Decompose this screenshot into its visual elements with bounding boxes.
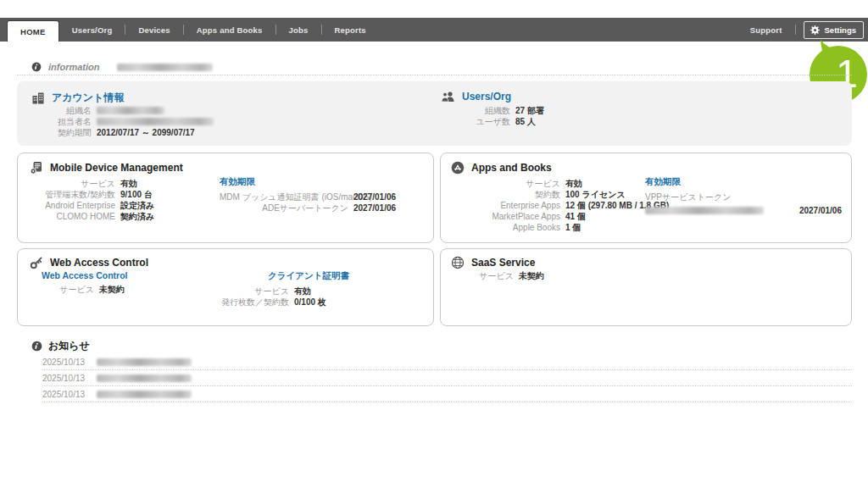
account-row-contact-name: 担当者名 <box>25 116 214 127</box>
web-access-header: Web Access Control <box>30 256 148 269</box>
redacted-text <box>97 374 192 382</box>
mdm-title: Mobile Device Management <box>50 162 183 174</box>
users-org-row-user-count: ユーザ数 85 人 <box>441 116 544 127</box>
globe-icon <box>451 256 465 269</box>
info-icon <box>31 62 42 72</box>
saas-row-service: サービス 未契約 <box>449 270 544 281</box>
users-org-row-org-count: 組織数 27 部署 <box>441 105 544 116</box>
apps-books-title: Apps and Books <box>471 162 552 174</box>
tab-reports[interactable]: Reports <box>322 25 379 35</box>
mdm-expiry-link[interactable]: 有効期限 <box>220 176 396 188</box>
settings-button[interactable]: Settings <box>804 21 864 39</box>
redacted-text <box>97 107 164 114</box>
news-item[interactable]: 2025/10/13 <box>42 354 852 370</box>
information-label: information <box>48 62 100 72</box>
news-list: 2025/10/13 2025/10/13 2025/10/13 <box>42 354 852 402</box>
tab-apps-and-books[interactable]: Apps and Books <box>184 25 275 35</box>
news-date: 2025/10/13 <box>42 358 86 367</box>
apps-row-enterprise-apps: Enterprise Apps 12 個 (297.80 MB / 1.8 GB… <box>449 200 669 211</box>
web-access-title: Web Access Control <box>50 257 148 269</box>
users-org-title: Users/Org <box>462 91 511 103</box>
users-org-header: Users/Org <box>441 91 511 103</box>
apps-expiry-link[interactable]: 有効期限 <box>645 176 842 188</box>
client-cert-link[interactable]: クライアント証明書 <box>268 270 349 282</box>
apps-row-service: サービス 有効 <box>449 178 669 189</box>
users-icon <box>441 91 455 103</box>
news-title: お知らせ <box>48 339 90 353</box>
mdm-expiry-ade-token: ADEサーバートークン 2027/01/06 <box>220 202 396 214</box>
apps-row-licenses: 契約数 100 ライセンス <box>449 189 669 200</box>
redacted-text <box>645 207 764 214</box>
redacted-text <box>97 391 192 398</box>
account-summary-panel: アカウント情報 組織名 担当者名 契約期間 2012/07/17 ～ 2099/… <box>17 81 852 146</box>
support-link[interactable]: Support <box>745 25 787 35</box>
tab-devices[interactable]: Devices <box>125 25 182 35</box>
news-item[interactable]: 2025/10/13 <box>42 386 852 402</box>
info-icon <box>31 341 42 352</box>
information-strip: information <box>17 59 852 75</box>
account-info-title: アカウント情報 <box>52 91 124 105</box>
mdm-panel: Mobile Device Management サービス 有効 管理端末数/契… <box>17 152 434 243</box>
mdm-row-android-enterprise: Android Enterprise 設定済み <box>26 200 154 211</box>
key-icon <box>30 256 43 269</box>
mdm-row-clomo-home: CLOMO HOME 契約済み <box>26 211 154 222</box>
account-row-contract-period: 契約期間 2012/07/17 ～ 2099/07/17 <box>25 127 214 138</box>
mdm-row-service: サービス 有効 <box>26 178 154 189</box>
vpp-token-label: VPPサービストークン <box>645 191 731 202</box>
news-item[interactable]: 2025/10/13 <box>42 370 852 386</box>
news-date: 2025/10/13 <box>42 390 86 399</box>
mdm-header: Mobile Device Management <box>30 161 183 175</box>
top-navbar: HOME Users/Org Devices Apps and Books Jo… <box>0 18 868 42</box>
tab-jobs[interactable]: Jobs <box>276 25 321 35</box>
settings-label: Settings <box>825 25 856 35</box>
news-date: 2025/10/13 <box>42 374 86 383</box>
tab-home[interactable]: HOME <box>7 20 59 42</box>
redacted-text[interactable] <box>117 64 213 71</box>
web-access-row-service: サービス 未契約 <box>42 284 128 295</box>
apps-row-apple-books: Apple Books 1 個 <box>449 222 669 233</box>
appstore-icon <box>451 161 465 175</box>
apps-books-panel: Apps and Books サービス 有効 契約数 100 ライセンス Ent… <box>440 152 852 243</box>
web-access-panel: Web Access Control Web Access Control サー… <box>17 248 434 326</box>
apps-row-marketplace-apps: MarketPlace Apps 41 個 <box>449 211 669 222</box>
mdm-row-devices: 管理端末数/契約数 9/100 台 <box>26 189 154 200</box>
saas-title: SaaS Service <box>471 257 535 269</box>
client-cert-row-issued: 発行枚数／契約数 0/100 枚 <box>153 297 349 308</box>
redacted-text <box>97 118 214 125</box>
account-row-org-name: 組織名 <box>25 105 214 116</box>
client-cert-row-service: サービス 有効 <box>153 286 349 297</box>
saas-header: SaaS Service <box>451 256 535 269</box>
vpp-token-date: 2027/01/06 <box>799 205 842 216</box>
news-header: お知らせ <box>31 339 90 353</box>
building-icon <box>31 92 45 104</box>
gear-icon <box>810 25 821 36</box>
device-gear-icon <box>30 161 43 175</box>
web-access-control-link[interactable]: Web Access Control <box>42 270 128 280</box>
account-info-header: アカウント情報 <box>31 91 124 105</box>
vpp-token-row: 2027/01/06 <box>645 205 842 216</box>
mdm-expiry-push-cert: MDM プッシュ通知証明書 (iOS/macOS) 2027/01/06 <box>220 191 396 202</box>
apps-books-header: Apps and Books <box>451 161 552 175</box>
redacted-text <box>97 358 192 366</box>
tab-users-org[interactable]: Users/Org <box>59 25 125 35</box>
nav-divider <box>795 25 796 35</box>
saas-panel: SaaS Service サービス 未契約 <box>440 248 852 326</box>
